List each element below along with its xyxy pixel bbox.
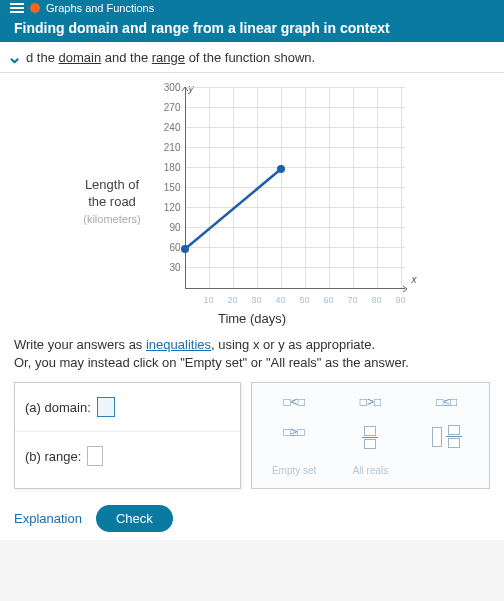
palette-mixed-fraction[interactable] bbox=[411, 421, 483, 453]
range-label: (b) range: bbox=[25, 449, 81, 464]
palette-greater-than[interactable]: □>□ bbox=[334, 391, 406, 413]
range-row: (b) range: bbox=[15, 431, 240, 480]
palette-empty-set[interactable]: Empty set bbox=[258, 461, 330, 480]
inequalities-link[interactable]: inequalities bbox=[146, 337, 211, 352]
explanation-link[interactable]: Explanation bbox=[14, 511, 82, 526]
check-button[interactable]: Check bbox=[96, 505, 173, 532]
palette-less-equal[interactable]: □≤□ bbox=[411, 391, 483, 413]
svg-point-1 bbox=[181, 245, 189, 253]
y-tick: 270 bbox=[155, 102, 181, 113]
module-dot-icon bbox=[30, 3, 40, 13]
y-tick: 240 bbox=[155, 122, 181, 133]
breadcrumb-text: Graphs and Functions bbox=[46, 2, 154, 14]
chevron-down-icon[interactable]: ⌄ bbox=[6, 46, 22, 68]
x-axis-label: Time (days) bbox=[14, 311, 490, 326]
data-line bbox=[185, 87, 415, 307]
menu-icon[interactable] bbox=[10, 3, 24, 13]
y-tick: 180 bbox=[155, 162, 181, 173]
page-title: Finding domain and range from a linear g… bbox=[0, 16, 504, 42]
prompt-row: ⌄ d the domain and the range of the func… bbox=[0, 42, 504, 73]
palette-less-than[interactable]: □<□ bbox=[258, 391, 330, 413]
palette-all-reals[interactable]: All reals bbox=[334, 461, 406, 480]
range-input[interactable] bbox=[87, 446, 103, 466]
palette-fraction[interactable] bbox=[334, 421, 406, 453]
y-tick: 90 bbox=[155, 222, 181, 233]
y-tick: 150 bbox=[155, 182, 181, 193]
symbol-palette: □<□ □>□ □≤□ □≥□ Empty set All reals bbox=[251, 382, 490, 489]
y-tick: 60 bbox=[155, 242, 181, 253]
prompt-text: d the domain and the range of the functi… bbox=[26, 50, 315, 65]
palette-greater-equal[interactable]: □≥□ bbox=[258, 421, 330, 453]
domain-input[interactable] bbox=[97, 397, 115, 417]
y-tick: 30 bbox=[155, 262, 181, 273]
domain-label: (a) domain: bbox=[25, 400, 91, 415]
svg-line-0 bbox=[185, 169, 281, 249]
top-breadcrumb-bar: Graphs and Functions bbox=[0, 0, 504, 16]
plot-area: y x 300 270 bbox=[185, 87, 415, 307]
domain-row: (a) domain: bbox=[15, 383, 240, 431]
y-tick: 120 bbox=[155, 202, 181, 213]
y-tick: 210 bbox=[155, 142, 181, 153]
y-axis-label: Length ofthe road(kilometers) bbox=[62, 177, 162, 228]
y-tick: 300 bbox=[155, 82, 181, 93]
svg-point-2 bbox=[277, 165, 285, 173]
chart: Length ofthe road(kilometers) y x bbox=[72, 87, 432, 307]
answer-panel: (a) domain: (b) range: bbox=[14, 382, 241, 489]
instructions: Write your answers as inequalities, usin… bbox=[14, 336, 490, 372]
